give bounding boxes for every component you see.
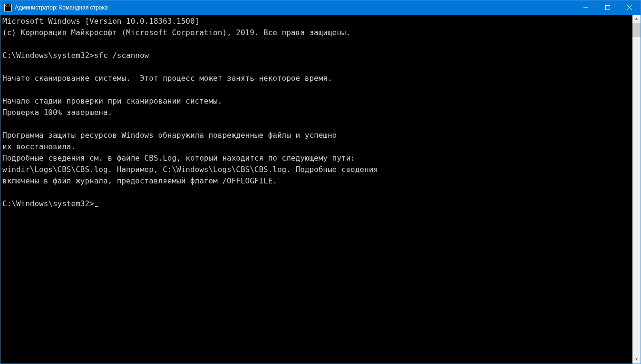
maximize-button[interactable] [597, 0, 619, 15]
console-line: их восстановила. [2, 141, 632, 153]
cmd-window: Администратор: Командная строка Microsof… [0, 0, 641, 364]
console-output[interactable]: Microsoft Windows [Version 10.0.18363.15… [0, 15, 632, 364]
console-line: Проверка 100% завершена. [2, 107, 632, 118]
text-cursor [95, 206, 98, 207]
console-line: включены в файл журнала, предоставляемый… [2, 175, 632, 187]
console-line: Подробные сведения см. в файле CBS.Log, … [2, 153, 632, 164]
console-line [2, 187, 632, 198]
cmd-icon [4, 4, 12, 11]
svg-marker-1 [635, 18, 638, 19]
close-button[interactable] [619, 0, 641, 15]
console-line: windir\Logs\CBS\CBS.log. Например, C:\Wi… [2, 164, 632, 175]
svg-rect-0 [606, 6, 610, 10]
window-controls [575, 0, 641, 15]
console-line [2, 38, 632, 50]
console-line [2, 61, 632, 73]
scroll-down-button[interactable] [632, 355, 641, 364]
scroll-up-button[interactable] [632, 15, 641, 23]
console-prompt: C:\Windows\system32> [2, 199, 94, 208]
console-line [2, 84, 632, 96]
console-line [2, 118, 632, 130]
client-area: Microsoft Windows [Version 10.0.18363.15… [0, 15, 641, 364]
minimize-button[interactable] [575, 0, 597, 15]
console-line: Программа защиты ресурсов Windows обнару… [2, 130, 632, 141]
svg-marker-2 [635, 358, 638, 360]
console-line: (c) Корпорация Майкрософт (Microsoft Cor… [2, 27, 632, 38]
console-line: Начало стадии проверки при сканировании … [2, 96, 632, 107]
titlebar[interactable]: Администратор: Командная строка [0, 0, 641, 15]
scroll-thumb[interactable] [632, 23, 641, 37]
vertical-scrollbar[interactable] [632, 15, 641, 364]
console-line: C:\Windows\system32>sfc /scannow [2, 50, 632, 61]
window-title: Администратор: Командная строка [15, 4, 108, 11]
scroll-track[interactable] [632, 23, 641, 355]
console-prompt-line[interactable]: C:\Windows\system32> [2, 198, 632, 210]
console-line: Начато сканирование системы. Этот процес… [2, 73, 632, 84]
console-line: Microsoft Windows [Version 10.0.18363.15… [2, 16, 632, 27]
